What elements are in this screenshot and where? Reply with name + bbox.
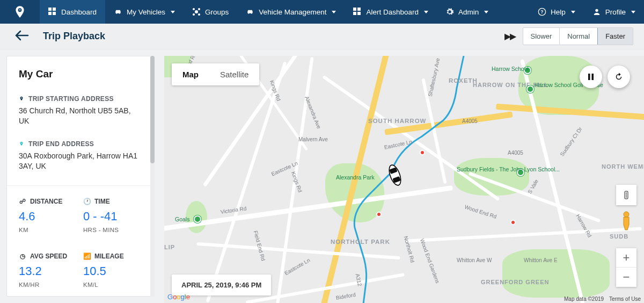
nav-dashboard[interactable]: Dashboard (40, 0, 105, 24)
stat-distance: ☍DISTANCE 4.6 KM (19, 198, 78, 233)
trip-side-panel: My Car TRIP STARTING ADDRESS 36 Church R… (0, 49, 155, 303)
nav-vehicle-management[interactable]: Vehicle Management (237, 0, 345, 24)
nav-label: Admin (458, 8, 479, 16)
gear-icon (445, 8, 454, 16)
main-content: My Car TRIP STARTING ADDRESS 36 Church R… (0, 49, 644, 303)
nav-label: Dashboard (61, 8, 97, 16)
area-label: GREENFORD GREEN (481, 279, 549, 285)
svg-rect-2 (53, 8, 56, 11)
start-address-label: TRIP STARTING ADDRESS (19, 95, 142, 103)
svg-point-16 (595, 9, 598, 12)
svg-point-25 (626, 192, 627, 194)
pegman-icon[interactable] (619, 211, 633, 231)
svg-point-6 (193, 8, 195, 10)
svg-rect-3 (48, 12, 52, 15)
side-scrollbar[interactable] (150, 56, 155, 297)
nav-help[interactable]: ? Help (529, 0, 584, 24)
nav-groups[interactable]: Groups (184, 0, 237, 24)
map-type-map[interactable]: Map (172, 63, 209, 85)
svg-rect-1 (48, 8, 52, 11)
svg-rect-13 (357, 12, 361, 15)
nav-label: My Vehicles (127, 8, 165, 16)
grid-icon (48, 8, 57, 16)
link-icon: ☍ (19, 198, 26, 205)
clock-icon: 🕐 (83, 198, 91, 205)
tube-marker[interactable] (376, 212, 382, 217)
area-label: NORTHOLT PARK (331, 239, 390, 245)
area-label: SOUTH HARROW (368, 118, 426, 124)
map-type-toggle: Map Satellite (172, 63, 259, 85)
zoom-in-button[interactable]: + (616, 248, 636, 268)
back-arrow-button[interactable] (15, 30, 29, 42)
area-label: NORTH WEMBL (602, 163, 644, 170)
chevron-down-icon (631, 11, 635, 13)
speed-slower-button[interactable]: Slower (523, 28, 560, 45)
poi-label: Goals (175, 216, 189, 222)
pin-icon (19, 140, 24, 148)
svg-rect-10 (353, 8, 356, 11)
svg-rect-11 (357, 8, 361, 11)
traffic-button[interactable] (616, 185, 636, 205)
help-icon: ? (538, 8, 546, 16)
reload-button[interactable] (608, 66, 630, 88)
svg-point-9 (198, 13, 200, 16)
signal-icon: 📶 (83, 252, 91, 260)
nav-label: Help (551, 8, 566, 16)
speed-normal-button[interactable]: Normal (560, 28, 598, 45)
map-canvas[interactable]: SOUTH HARROW ROXETH HARROW ON THE HILL N… (164, 56, 644, 303)
nav-profile[interactable]: Profile (584, 0, 644, 24)
svg-rect-23 (592, 74, 594, 80)
trip-route (164, 56, 644, 303)
svg-text:?: ? (540, 9, 543, 15)
poi-label: Harrow School (492, 66, 529, 72)
map-type-satellite[interactable]: Satellite (209, 63, 259, 85)
stat-mileage: 📶MILEAGE 10.5 KM/L (83, 252, 142, 288)
poi-label: Harrow School Golf Course (535, 82, 583, 88)
zoom-out-button[interactable]: − (616, 268, 636, 287)
tube-marker[interactable] (510, 220, 516, 225)
nav-label: Vehicle Management (259, 8, 326, 16)
svg-point-27 (626, 196, 627, 198)
nav-label: Alert Dashboard (366, 8, 419, 16)
nav-admin[interactable]: Admin (437, 0, 497, 24)
chevron-down-icon (171, 11, 175, 13)
poi-marker[interactable] (526, 85, 534, 93)
speed-toggle-group: Slower Normal Faster (523, 27, 634, 45)
fast-forward-icon: ▶▶ (504, 31, 515, 41)
logo[interactable] (0, 0, 40, 24)
vehicle-name: My Car (19, 68, 142, 80)
pin-icon (19, 95, 24, 103)
chevron-down-icon (424, 11, 428, 13)
svg-point-5 (195, 10, 198, 13)
svg-rect-12 (353, 12, 356, 15)
map-panel: SOUTH HARROW ROXETH HARROW ON THE HILL N… (164, 56, 644, 303)
area-label: LIP (164, 244, 175, 250)
end-address-label: TRIP END ADDRESS (19, 140, 142, 148)
poi-marker[interactable] (194, 215, 201, 223)
groups-icon (192, 8, 201, 16)
speed-faster-button[interactable]: Faster (597, 27, 633, 45)
nav-label: Groups (205, 8, 229, 16)
zoom-control: + − (616, 248, 636, 287)
map-attribution: Map data ©2019 Terms of Use (564, 296, 641, 302)
tube-marker[interactable] (420, 150, 425, 155)
subheader: Trip Playback ▶▶ Slower Normal Faster (0, 24, 644, 49)
car-icon (246, 8, 254, 16)
start-address-value: 36 Church Rd, Northolt UB5 5AB, UK (19, 106, 142, 126)
gauge-icon: ◷ (19, 252, 26, 260)
poi-label: Alexandra Park (336, 174, 375, 181)
top-nav: Dashboard My Vehicles Groups Vehicle Man… (0, 0, 644, 24)
pause-button[interactable] (580, 66, 602, 88)
stat-time: 🕐TIME 0 - -41 HRS - MINS (83, 198, 142, 233)
nav-alert-dashboard[interactable]: Alert Dashboard (345, 0, 437, 24)
end-address-value: 30A Roxborough Park, Harrow HA1 3AY, UK (19, 151, 142, 171)
svg-point-28 (624, 212, 629, 217)
svg-rect-4 (53, 12, 56, 15)
nav-my-vehicles[interactable]: My Vehicles (105, 0, 184, 24)
chevron-down-icon (332, 11, 336, 13)
chevron-down-icon (571, 11, 575, 13)
nav-label: Profile (605, 8, 626, 16)
svg-point-17 (21, 97, 22, 98)
car-icon (114, 8, 122, 16)
area-label: SUDB (610, 233, 628, 240)
